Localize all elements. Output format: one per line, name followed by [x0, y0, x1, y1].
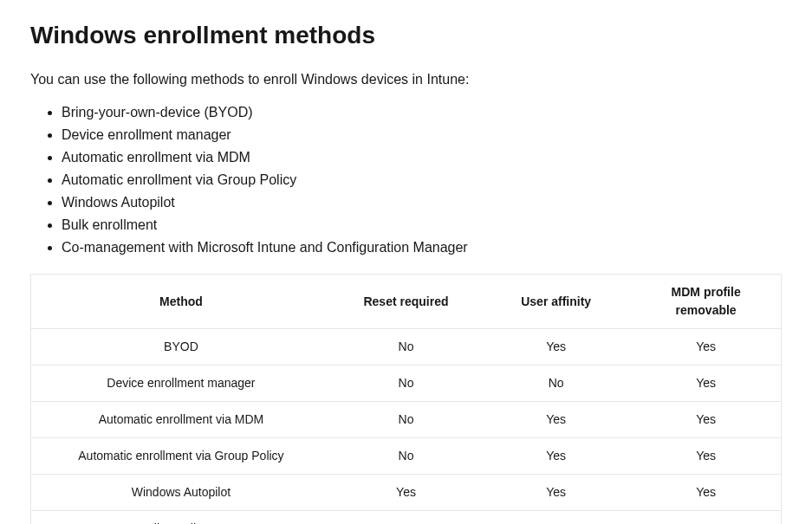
table-cell: Yes	[631, 329, 781, 366]
list-item: Windows Autopilot	[62, 192, 782, 213]
table-row: Automatic enrollment via MDM No Yes Yes	[31, 402, 782, 438]
table-cell: No	[331, 329, 481, 366]
table-row: BYOD No Yes Yes	[31, 329, 782, 366]
table-cell: No	[331, 438, 481, 475]
table-cell: No	[331, 402, 481, 438]
table-row: Device enrollment manager No No Yes	[31, 366, 782, 402]
list-item: Automatic enrollment via MDM	[62, 147, 782, 168]
intro-paragraph: You can use the following methods to enr…	[30, 69, 782, 90]
table-cell: Yes	[631, 438, 781, 475]
table-cell: Windows Autopilot	[31, 475, 331, 511]
table-header-user-affinity: User affinity	[481, 275, 631, 329]
table-cell: Yes	[481, 402, 631, 438]
list-item: Automatic enrollment via Group Policy	[62, 170, 782, 191]
table-cell: Yes	[631, 402, 781, 438]
table-cell: No	[331, 511, 481, 525]
table-cell: BYOD	[31, 329, 331, 366]
table-cell: Yes	[631, 511, 781, 525]
table-header-method: Method	[31, 275, 331, 329]
table-cell: No	[331, 366, 481, 402]
table-header-reset-required: Reset required	[331, 275, 481, 329]
table-cell: Yes	[481, 438, 631, 475]
table-cell: No	[481, 511, 631, 525]
page-title: Windows enrollment methods	[30, 17, 782, 54]
table-cell: Yes	[481, 475, 631, 511]
table-cell: No	[481, 366, 631, 402]
list-item: Bulk enrollment	[62, 215, 782, 236]
table-cell: Automatic enrollment via Group Policy	[31, 438, 331, 475]
list-item: Bring-your-own-device (BYOD)	[62, 102, 782, 123]
table-cell: Yes	[631, 366, 781, 402]
enrollment-methods-list: Bring-your-own-device (BYOD) Device enro…	[30, 102, 782, 258]
table-row: Windows Autopilot Yes Yes Yes	[31, 475, 782, 511]
table-cell: Yes	[481, 329, 631, 366]
list-item: Device enrollment manager	[62, 125, 782, 146]
enrollment-methods-table: Method Reset required User affinity MDM …	[30, 274, 782, 524]
table-cell: Device enrollment manager	[31, 366, 331, 402]
table-cell: Automatic enrollment via MDM	[31, 402, 331, 438]
table-cell: Yes	[331, 475, 481, 511]
table-cell: Bulk enrollment	[31, 511, 331, 525]
table-header-mdm-removable: MDM profile removable	[631, 275, 781, 329]
table-header-row: Method Reset required User affinity MDM …	[31, 275, 782, 329]
table-cell: Yes	[631, 475, 781, 511]
table-row: Bulk enrollment No No Yes	[31, 511, 782, 525]
list-item: Co-management with Microsoft Intune and …	[62, 237, 782, 258]
table-row: Automatic enrollment via Group Policy No…	[31, 438, 782, 475]
